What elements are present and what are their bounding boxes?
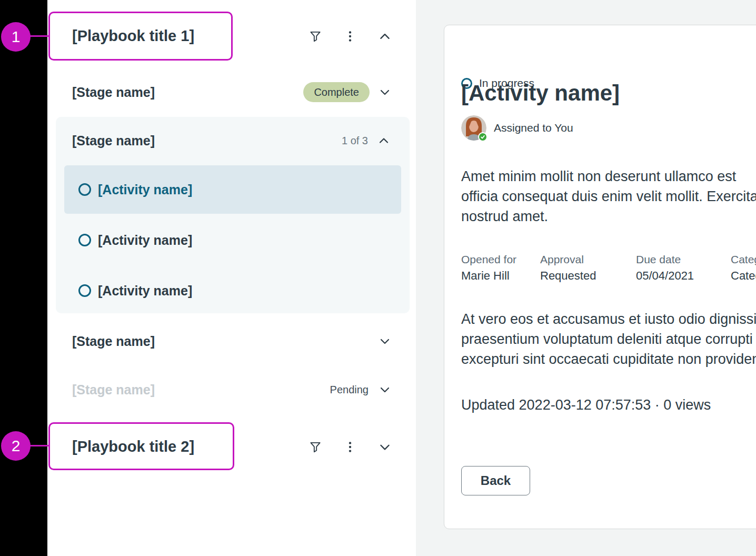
stage-pending-status: Pending (330, 384, 369, 396)
metadata-label: Due date (636, 252, 731, 267)
activity-detail-title: [Activity name] (461, 81, 620, 106)
annotation-marker-1-label: 1 (12, 28, 21, 46)
stage-collapsed-name: [Stage name] (72, 334, 377, 349)
metadata-label: Opened for (461, 252, 540, 267)
stage-progress-count: 1 of 3 (342, 135, 368, 147)
playbook-1-title: [Playbook title 1] (72, 27, 308, 45)
metadata-due-date: Due date 05/04/2021 (636, 252, 731, 284)
description-line: officia consequat duis enim velit mollit… (461, 186, 756, 206)
kebab-menu-icon[interactable] (343, 440, 357, 454)
metadata-value: 05/04/2021 (636, 267, 731, 284)
playbook-1-actions (308, 29, 392, 44)
annotation-connector-2 (28, 445, 49, 446)
stage-row-complete[interactable]: [Stage name] Complete (72, 74, 392, 111)
activity-description: Amet minim mollit non deserunt ullamco e… (461, 166, 756, 226)
activity-metadata: Opened for Marie Hill Approval Requested… (461, 252, 756, 284)
metadata-value: Requested (540, 267, 636, 284)
playbook-2-header[interactable]: [Playbook title 2] (72, 422, 392, 471)
chevron-down-icon[interactable] (377, 440, 392, 454)
activity-row[interactable]: [Activity name] (64, 216, 401, 264)
chevron-up-icon[interactable] (376, 133, 391, 148)
metadata-opened-for: Opened for Marie Hill (461, 252, 540, 284)
updated-timestamp: Updated 2022-03-12 07:57:53 · 0 views (461, 397, 711, 413)
filter-icon[interactable] (308, 440, 323, 454)
activity-row-selected[interactable]: [Activity name] (64, 165, 401, 214)
stage-row-collapsed[interactable]: [Stage name] (72, 323, 392, 360)
annotation-marker-2-label: 2 (12, 437, 21, 455)
activity-status-circle-icon (78, 234, 91, 246)
body-line: At vero eos et accusamus et iusto odio d… (461, 309, 756, 329)
filter-icon[interactable] (308, 29, 323, 44)
description-line: Amet minim mollit non deserunt ullamco e… (461, 166, 756, 186)
stage-expanded-name: [Stage name] (72, 133, 342, 148)
metadata-label: Category (731, 252, 756, 267)
back-button[interactable]: Back (461, 466, 530, 495)
description-line: nostrud amet. (461, 206, 756, 226)
metadata-value: Category (731, 267, 756, 284)
playbook-1-header[interactable]: [Playbook title 1] (72, 12, 392, 61)
detail-panel-background: In progress [Activity name] (416, 0, 756, 556)
activity-status-circle-icon (78, 183, 91, 196)
chevron-up-icon[interactable] (377, 29, 392, 44)
metadata-approval: Approval Requested (540, 252, 636, 284)
screen: 1 2 [Playbook title 1] (0, 0, 756, 556)
assignee-check-badge-icon (478, 132, 488, 142)
assignee-row: Assigned to You (461, 115, 573, 141)
chevron-down-icon[interactable] (377, 85, 392, 100)
playbook-2-title: [Playbook title 2] (72, 438, 308, 455)
activity-name: [Activity name] (98, 182, 192, 197)
activity-detail-card: In progress [Activity name] (444, 25, 756, 529)
assignee-label: Assigned to You (494, 122, 573, 134)
activity-status-circle-icon (78, 284, 91, 297)
stage-expanded-header[interactable]: [Stage name] 1 of 3 (72, 122, 391, 159)
stage-expanded-section: [Stage name] 1 of 3 [Activity name] [Act… (56, 117, 410, 313)
activity-row[interactable]: [Activity name] (64, 266, 401, 315)
chevron-down-icon[interactable] (377, 382, 392, 397)
playbook-panel: [Playbook title 1] (47, 0, 416, 556)
assignee-avatar (461, 115, 486, 141)
annotation-marker-1: 1 (1, 22, 31, 52)
stage-complete-badge: Complete (303, 82, 370, 102)
activity-body-text: At vero eos et accusamus et iusto odio d… (461, 309, 756, 369)
activity-name: [Activity name] (98, 283, 192, 299)
metadata-value: Marie Hill (461, 267, 540, 284)
activity-name: [Activity name] (98, 233, 192, 248)
kebab-menu-icon[interactable] (343, 29, 357, 44)
stage-pending-name: [Stage name] (72, 382, 330, 398)
metadata-category: Category Category (731, 252, 756, 284)
metadata-label: Approval (540, 252, 636, 267)
annotation-connector-1 (28, 35, 49, 37)
annotation-rail (0, 0, 47, 556)
annotation-marker-2: 2 (1, 431, 31, 461)
chevron-down-icon[interactable] (377, 334, 392, 349)
stage-row-pending[interactable]: [Stage name] Pending (72, 371, 392, 408)
body-line: excepturi sint occaecati cupiditate non … (461, 349, 756, 369)
body-line: praesentium voluptatum deleniti atque co… (461, 329, 756, 349)
stage-complete-name: [Stage name] (72, 85, 303, 100)
playbook-2-actions (308, 440, 392, 454)
